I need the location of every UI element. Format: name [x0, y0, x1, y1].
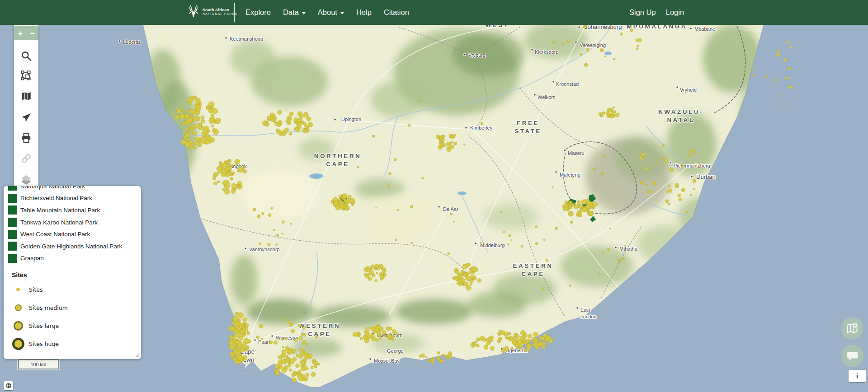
park-color-swatch [8, 230, 17, 239]
nav-item-data[interactable]: Data [283, 8, 306, 17]
projection-globe-button[interactable] [4, 381, 13, 390]
svg-text:George: George [387, 348, 404, 354]
map-toolbar: + − [14, 25, 38, 186]
legend-parks-list: Namaqua National ParkRichtersveld Nation… [4, 186, 141, 264]
legend-site-row: Sites [4, 280, 141, 299]
site-size-label: Sites [29, 286, 43, 293]
nav-item-about[interactable]: About [318, 8, 344, 17]
zoom-out-button[interactable]: − [26, 26, 38, 40]
scale-bar-label: 100 km [31, 362, 46, 367]
legend-resize-handle[interactable] [135, 353, 140, 358]
legend-sites-heading: Sites [12, 271, 141, 279]
park-label: Tankwa-Karoo National Park [20, 219, 98, 226]
svg-text:Welkom: Welkom [538, 94, 556, 100]
svg-text:Vryburg: Vryburg [468, 52, 486, 58]
svg-text:Maseru: Maseru [568, 150, 585, 156]
site-size-label: Sites medium [29, 304, 68, 311]
scale-bar: 100 km [18, 359, 59, 369]
map-pin-icon [846, 322, 859, 335]
legend-park-row: Namaqua National Park [4, 186, 141, 192]
legend-site-row: Sites huge [4, 335, 141, 353]
printer-icon [20, 132, 32, 144]
search-button[interactable] [18, 48, 34, 64]
site-size-label: Sites large [29, 322, 59, 329]
zoom-control: + − [14, 26, 38, 40]
site-size-label: Sites huge [29, 341, 59, 347]
legend-park-row: Golden Gate Highlands National Park [4, 240, 141, 252]
svg-text:Mossel Bay: Mossel Bay [374, 358, 400, 364]
legend-site-row: Sites medium [4, 299, 141, 317]
svg-text:Middelburg: Middelburg [480, 243, 505, 248]
nav-item-explore[interactable]: Explore [245, 8, 271, 17]
link-icon [20, 153, 32, 164]
park-color-swatch [8, 254, 17, 263]
legend-park-row: Tankwa-Karoo National Park [4, 216, 141, 229]
site-size-dot-huge [12, 338, 24, 350]
svg-text:Klerksdorp: Klerksdorp [535, 49, 559, 55]
nav-auth-links: Sign UpLogin [629, 0, 684, 25]
brand-line2: NATIONAL PARKS [203, 12, 238, 15]
brand-line1: South African [203, 8, 238, 12]
zoom-in-button[interactable]: + [14, 26, 26, 40]
legend-park-row: Graspan [4, 252, 141, 265]
top-navbar: South African NATIONAL PARKS ExploreData… [0, 0, 868, 25]
nav-item-citation[interactable]: Citation [384, 8, 409, 17]
nav-item-login[interactable]: Login [666, 8, 684, 17]
park-label: Namaqua National Park [20, 186, 85, 190]
chevron-down-icon [340, 12, 344, 14]
svg-text:Upington: Upington [341, 117, 361, 122]
park-label: West Coast National Park [20, 231, 90, 238]
nav-item-help[interactable]: Help [356, 8, 372, 17]
share-link-button[interactable] [18, 150, 34, 167]
park-label: Richtersveld National Park [20, 195, 92, 201]
park-label: Graspan [20, 255, 44, 261]
svg-text:Pietermaritzburg: Pietermaritzburg [674, 163, 710, 168]
legend-park-row: West Coast National Park [4, 228, 141, 240]
svg-text:Durban: Durban [696, 173, 716, 180]
globe-icon [5, 383, 12, 389]
select-area-button[interactable] [18, 68, 34, 84]
info-icon: i [856, 372, 858, 380]
kudu-logo-icon [188, 5, 199, 19]
navigation-arrow-icon [21, 112, 32, 123]
site-size-dot-small [16, 288, 20, 291]
svg-text:Vanrhynsdorp: Vanrhynsdorp [249, 247, 280, 252]
basemap-button[interactable] [18, 89, 34, 105]
svg-text:Paarl: Paarl [258, 339, 270, 345]
legend-site-row: Sites large [4, 317, 141, 335]
nav-divider [234, 3, 235, 22]
layers-icon [20, 173, 33, 186]
site-size-dot-large [14, 321, 23, 331]
svg-text:Mafeteng: Mafeteng [560, 172, 580, 177]
svg-text:Mthatha: Mthatha [619, 246, 638, 252]
svg-text:De Aar: De Aar [443, 206, 458, 212]
feedback-chat-button[interactable] [841, 345, 863, 367]
park-color-swatch [8, 242, 17, 251]
park-color-swatch [8, 205, 17, 215]
svg-text:Keetmanshoop: Keetmanshoop [230, 36, 263, 42]
svg-text:Lüderitz: Lüderitz [123, 39, 141, 45]
attribution-info-button[interactable]: i [849, 370, 866, 382]
park-label: Table Mountain National Park [20, 207, 100, 214]
svg-text:Kimberley: Kimberley [470, 125, 492, 131]
svg-text:Mbabane: Mbabane [694, 26, 715, 32]
legend-sites-list: SitesSites mediumSites largeSites huge [4, 280, 141, 353]
chevron-down-icon [302, 12, 306, 14]
map-icon [20, 91, 32, 103]
sanparks-logo[interactable]: South African NATIONAL PARKS [188, 5, 238, 19]
legend-park-row: Table Mountain National Park [4, 204, 141, 216]
locate-button[interactable] [18, 110, 34, 126]
site-size-dot-medium [15, 304, 22, 311]
layers-button[interactable] [18, 172, 34, 188]
svg-text:Vryheid: Vryheid [680, 87, 697, 93]
park-label: Golden Gate Highlands National Park [20, 243, 122, 250]
print-button[interactable] [18, 130, 34, 146]
story-map-button[interactable] [841, 317, 863, 340]
search-icon [20, 50, 32, 62]
nav-item-sign-up[interactable]: Sign Up [629, 8, 656, 17]
app-window: LüderitzKeetmanshoopJohannesburgVereenig… [0, 0, 868, 392]
park-color-swatch [8, 218, 17, 227]
select-area-icon [20, 70, 32, 82]
park-color-swatch [8, 186, 17, 191]
legend-park-row: Richtersveld National Park [4, 192, 141, 205]
